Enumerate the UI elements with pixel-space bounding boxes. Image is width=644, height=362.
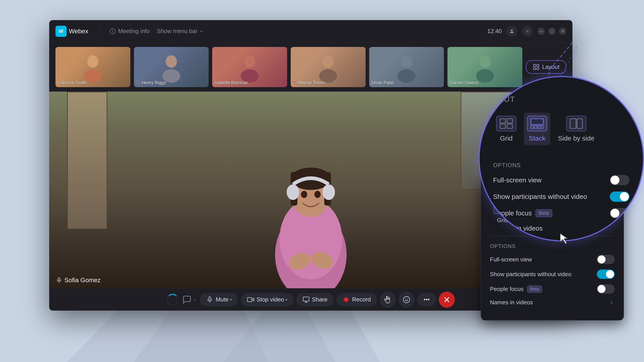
end-call-button[interactable] — [439, 292, 455, 308]
person-silhouette — [238, 54, 261, 83]
fullscreen-label: Full-screen view — [490, 256, 532, 263]
app-logo: W Webex — [56, 26, 88, 37]
maximize-button[interactable]: □ — [548, 28, 556, 35]
video-icon — [247, 296, 254, 303]
mute-chevron[interactable]: ▾ — [230, 297, 232, 302]
magnify-fullscreen-toggle[interactable] — [610, 175, 630, 185]
svg-point-9 — [87, 55, 98, 68]
svg-point-58 — [407, 299, 408, 299]
svg-rect-47 — [209, 297, 211, 300]
main-speaker-video — [255, 111, 367, 288]
magnify-fullscreen-label: Full-screen view — [493, 176, 542, 184]
svg-rect-24 — [537, 64, 539, 66]
participant-strip: Clarissa Smith Henry Riggs — [49, 42, 572, 92]
door-element — [67, 92, 107, 229]
option-names-in-videos[interactable]: Names in videos — [490, 299, 615, 306]
muted-icon — [293, 81, 297, 85]
title-bar: W Webex Meeting info Show menu bar 12:40 — [49, 20, 572, 42]
participant-thumb[interactable]: Darren Owens — [448, 47, 522, 87]
fullscreen-toggle[interactable] — [597, 255, 615, 264]
chevron-down-icon — [193, 298, 197, 302]
participant-name-5: Umar Patel — [372, 80, 394, 85]
svg-point-39 — [287, 184, 299, 200]
raise-hand-button[interactable] — [380, 292, 396, 308]
participant-thumb[interactable]: Clarissa Smith — [56, 47, 130, 87]
magnify-people-focus-toggle[interactable] — [610, 208, 630, 218]
svg-rect-78 — [531, 126, 534, 128]
settings-button[interactable] — [522, 26, 533, 37]
svg-rect-75 — [500, 124, 505, 128]
layout-button[interactable]: Layout — [526, 60, 566, 74]
magnify-show-no-video-label: Show participants without video — [493, 193, 587, 200]
svg-point-7 — [511, 29, 513, 31]
beta-badge: Beta — [527, 285, 542, 293]
svg-point-6 — [112, 30, 113, 30]
magnify-fullscreen-row: Full-screen view — [493, 175, 630, 185]
participant-name-4: Marise Torres — [293, 80, 325, 85]
show-no-video-toggle[interactable] — [597, 270, 615, 279]
svg-point-41 — [301, 191, 307, 198]
video-chevron[interactable]: ▾ — [285, 297, 287, 302]
participant-thumb[interactable]: Henry Riggs — [134, 47, 209, 87]
magnify-side-option[interactable]: Side by side — [555, 113, 598, 145]
options-title: Options — [490, 243, 615, 249]
magnify-show-no-video-toggle[interactable] — [610, 192, 630, 202]
mute-label: Mute — [216, 296, 228, 303]
magnify-show-no-video-row: Show participants without video — [493, 192, 630, 202]
svg-rect-26 — [537, 67, 539, 69]
magnify-grid-label: Grid — [500, 134, 513, 142]
mic-icon — [56, 277, 62, 283]
layout-label: Layout — [542, 63, 560, 70]
magnify-stack-icon — [527, 116, 547, 131]
participant-thumb[interactable]: Umar Patel — [369, 47, 444, 87]
close-button[interactable]: ✕ — [559, 28, 566, 35]
speaker-name-overlay: Sofia Gomez — [56, 277, 100, 284]
more-button[interactable]: ••• — [417, 293, 436, 306]
layout-icon — [533, 63, 540, 71]
svg-point-42 — [314, 191, 321, 198]
magnify-grid-option[interactable]: Grid — [493, 113, 520, 145]
webex-icon: W — [56, 26, 67, 37]
toggle-knob — [610, 176, 620, 185]
participant-name-2: Henry Riggs — [136, 80, 166, 85]
chat-button[interactable] — [181, 295, 197, 304]
svg-rect-76 — [507, 124, 512, 128]
participant-name-3: Isabelle Brennan — [214, 80, 248, 85]
chat-icon — [181, 295, 193, 304]
avatar-button[interactable] — [506, 26, 518, 37]
option-fullscreen: Full-screen view — [490, 255, 615, 264]
svg-rect-77 — [531, 119, 543, 124]
svg-point-16 — [322, 55, 334, 68]
svg-point-20 — [398, 69, 416, 83]
toggle-knob-on — [606, 270, 614, 278]
magnify-grid-icon — [496, 116, 516, 131]
option-show-no-video: Show participants without video — [490, 270, 615, 279]
participant-name-6: Darren Owens — [450, 80, 478, 85]
record-button[interactable]: Record — [336, 293, 377, 306]
magnify-stack-option[interactable]: Stack — [524, 113, 550, 145]
magnify-content: lout Grid — [480, 77, 643, 240]
time-display: 12:40 — [487, 28, 502, 35]
participant-thumb[interactable]: Isabelle Brennan — [212, 47, 287, 87]
person-silhouette — [82, 54, 104, 83]
svg-point-55 — [345, 298, 348, 301]
svg-point-56 — [404, 296, 410, 303]
participant-thumb[interactable]: Marise Torres — [291, 47, 366, 87]
meeting-info-button[interactable]: Meeting info — [106, 26, 154, 36]
svg-point-14 — [244, 55, 255, 68]
info-icon — [110, 28, 116, 34]
mute-button[interactable]: Mute ▾ — [200, 293, 238, 306]
svg-rect-45 — [58, 278, 60, 281]
person-silhouette — [395, 54, 418, 83]
reactions-button[interactable] — [398, 292, 414, 308]
people-focus-toggle[interactable] — [597, 284, 615, 294]
minimize-button[interactable]: — — [538, 28, 545, 35]
show-menu-button[interactable]: Show menu bar — [153, 26, 207, 36]
raise-hand-icon — [384, 296, 392, 304]
magnify-beta-badge: Beta — [535, 209, 552, 217]
person-silhouette — [474, 54, 496, 83]
window-controls: — □ ✕ — [538, 28, 566, 35]
stop-video-button[interactable]: Stop video ▾ — [241, 293, 294, 306]
share-button[interactable]: Share — [296, 293, 334, 306]
show-no-video-label: Show participants without video — [490, 271, 571, 278]
